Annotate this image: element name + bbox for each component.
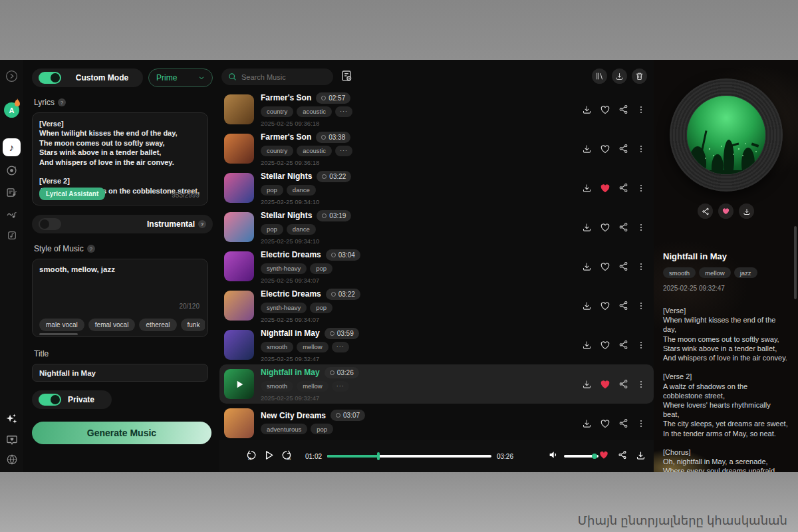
playlist-music-icon[interactable] [5,186,19,200]
help-icon[interactable]: ? [58,98,66,106]
song-row[interactable]: Stellar Nights 03:22 popdance 2025-02-25… [219,168,654,207]
style-tag-chip[interactable]: ethereal [139,319,176,331]
disc-sparkle-icon[interactable] [5,164,19,178]
expand-icon[interactable] [5,69,19,83]
download-icon[interactable] [582,301,592,311]
style-tag-chip[interactable]: male vocal [39,319,84,331]
song-tag-chip[interactable]: adventurous [261,424,307,434]
title-input[interactable] [32,364,208,382]
song-tag-chip[interactable]: acoustic [297,146,332,156]
share-icon[interactable] [618,450,627,462]
heart-icon[interactable] [600,261,610,272]
download-all-icon[interactable] [612,68,627,84]
volume-icon[interactable] [548,450,559,463]
share-icon[interactable] [698,203,713,219]
model-select[interactable]: Prime [148,68,213,87]
song-row[interactable]: Electric Dreams 03:04 synth-heavypop 202… [219,247,654,286]
song-artwork[interactable] [224,408,254,438]
share-icon[interactable] [618,340,628,350]
lyrics-textarea[interactable]: [Verse] When twilight kisses the end of … [32,112,208,205]
trash-icon[interactable] [632,68,647,84]
song-tag-chip[interactable]: pop [311,424,333,434]
sparkles-icon[interactable] [5,412,19,426]
now-playing-tag-chip[interactable]: jazz [734,267,757,278]
song-tag-chip[interactable]: pop [261,185,283,196]
chips-scrollbar[interactable] [39,333,78,335]
song-artwork[interactable] [224,134,254,164]
download-icon[interactable] [739,203,754,219]
heart-icon[interactable] [600,222,610,233]
lyrics-scrollbar[interactable] [794,226,797,299]
more-tags-chip[interactable]: ··· [335,106,352,117]
more-menu-icon[interactable] [636,301,646,311]
style-textarea[interactable]: smooth, mellow, jazz 20/120 male vocalfe… [32,259,208,337]
share-icon[interactable] [618,183,628,193]
sidebar-item-music-active[interactable]: ♪ [3,138,21,156]
heart-icon[interactable] [598,450,609,463]
song-title[interactable]: Nightfall in May [261,329,320,338]
globe-icon[interactable] [5,452,19,466]
private-toggle[interactable] [39,394,61,406]
more-tags-chip[interactable]: ··· [332,342,349,352]
song-row[interactable]: Farmer's Son 03:38 countryacoustic··· 20… [219,129,654,168]
song-tag-chip[interactable]: country [261,106,293,117]
song-row[interactable]: Nightfall in May 03:26 smoothmellow··· 2… [219,364,654,404]
song-tag-chip[interactable]: country [261,146,293,156]
song-artwork[interactable] [224,94,254,124]
search-input[interactable] [241,73,321,81]
song-tag-chip[interactable]: mellow [297,342,329,352]
rewind-15-icon[interactable]: 15 [246,450,257,464]
song-tag-chip[interactable]: pop [310,303,332,313]
download-icon[interactable] [582,340,592,350]
download-icon[interactable] [582,104,592,114]
generate-music-button[interactable]: Generate Music [32,422,211,444]
search-bar[interactable] [221,68,333,85]
more-menu-icon[interactable] [636,262,646,271]
style-tag-chip[interactable]: femal vocal [88,319,136,331]
download-icon[interactable] [582,418,592,428]
heart-icon[interactable] [600,379,610,390]
heart-icon[interactable] [600,418,610,429]
share-icon[interactable] [618,379,628,389]
download-icon[interactable] [582,379,592,389]
play-icon[interactable] [263,450,275,464]
song-artwork[interactable] [224,173,254,203]
more-menu-icon[interactable] [636,380,646,389]
download-icon[interactable] [582,222,592,232]
help-icon[interactable]: ? [87,245,95,253]
song-title[interactable]: Farmer's Son [261,93,311,102]
style-tag-chip[interactable]: funk [181,319,205,331]
heart-icon[interactable] [600,301,610,311]
song-row[interactable]: Electric Dreams 03:22 synth-heavypop 202… [219,286,654,325]
song-row[interactable]: Nightfall in May 03:59 smoothmellow··· 2… [219,325,654,364]
instrumental-toggle[interactable] [39,218,61,230]
song-artwork[interactable] [224,369,254,399]
share-icon[interactable] [618,261,628,271]
download-icon[interactable] [582,183,592,193]
song-tag-chip[interactable]: dance [287,224,316,235]
music-box-icon[interactable] [5,228,19,242]
download-icon[interactable] [582,261,592,271]
song-artwork[interactable] [224,330,254,360]
share-icon[interactable] [618,104,628,114]
more-tags-chip[interactable]: ··· [332,381,349,392]
more-menu-icon[interactable] [636,144,646,154]
song-title[interactable]: Nightfall in May [261,368,320,377]
song-tag-chip[interactable]: dance [287,185,316,196]
song-row[interactable]: Farmer's Son 02:57 countryacoustic··· 20… [219,90,654,129]
song-title[interactable]: Farmer's Son [261,132,311,142]
song-row[interactable]: Stellar Nights 03:19 popdance 2025-02-25… [219,207,654,247]
song-tag-chip[interactable]: pop [261,224,283,235]
more-tags-chip[interactable]: ··· [335,146,352,156]
song-tag-chip[interactable]: mellow [297,381,329,392]
share-icon[interactable] [618,144,628,154]
now-playing-tag-chip[interactable]: smooth [663,267,696,278]
audio-wave-icon[interactable] [5,207,19,221]
song-row[interactable]: New City Dreams 03:07 adventurouspop [219,404,654,440]
heart-icon[interactable] [600,104,610,115]
heart-icon[interactable] [600,144,610,154]
song-artwork[interactable] [224,291,254,321]
history-list-icon[interactable] [340,69,353,85]
more-menu-icon[interactable] [636,105,646,114]
heart-icon[interactable] [600,183,610,194]
